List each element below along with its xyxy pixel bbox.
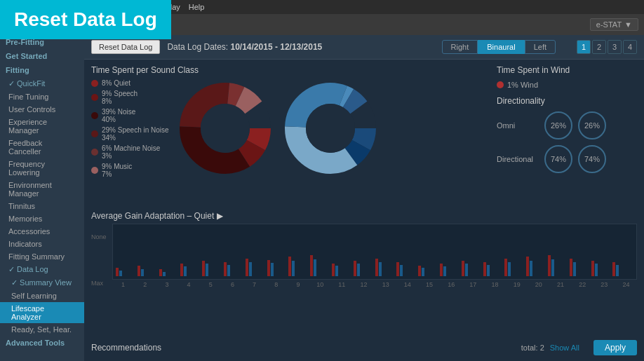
wind-label: 1% Wind bbox=[507, 81, 538, 89]
x-axis-label: 3 bbox=[156, 281, 177, 288]
page-btn-1[interactable]: 1 bbox=[577, 40, 591, 54]
sidebar-item-environment-manager[interactable]: Environment Manager bbox=[0, 179, 84, 200]
bar-blue bbox=[422, 268, 424, 276]
page-btn-2[interactable]: 2 bbox=[592, 40, 606, 54]
sidebar-item-accessories[interactable]: Accessories bbox=[0, 225, 84, 238]
x-axis-label: 11 bbox=[331, 281, 353, 288]
bar-blue bbox=[141, 269, 144, 276]
sidebar-item-indicators[interactable]: Indicators bbox=[0, 238, 84, 250]
sidebar-item-self-learning[interactable]: Self Learning bbox=[0, 290, 84, 302]
charts-row: Time Spent per Sound Class 8% Quiet 9% S… bbox=[91, 65, 637, 205]
chart-area: 8% Quiet 9% Speech8% 39% Noise40% 2 bbox=[91, 79, 490, 178]
tab-binaural[interactable]: Binaural bbox=[478, 40, 524, 54]
reset-banner-title: Reset Data Log bbox=[14, 8, 157, 31]
sidebar-item-lifescape-analyzer[interactable]: Lifescape Analyzer bbox=[0, 302, 84, 323]
sidebar-item-tinnitus[interactable]: Tinnitus bbox=[0, 200, 84, 212]
bar-group bbox=[591, 261, 612, 276]
data-log-dates: Data Log Dates: 10/14/2015 - 12/13/2015 bbox=[167, 42, 322, 52]
bar-red bbox=[354, 261, 356, 276]
sidebar-item-get-started[interactable]: Get Started bbox=[0, 49, 84, 63]
page-buttons: 1 2 3 4 bbox=[577, 40, 637, 54]
bar-group bbox=[159, 269, 180, 276]
sidebar-item-summary-view[interactable]: ✓ Summary View bbox=[0, 276, 84, 290]
x-axis-label: 20 bbox=[528, 281, 549, 288]
bar-group bbox=[440, 264, 461, 276]
apply-button[interactable]: Apply bbox=[593, 340, 637, 355]
bar-group bbox=[375, 259, 396, 276]
sidebar-item-fine-tuning[interactable]: Fine Tuning bbox=[0, 90, 84, 103]
ear-tab-group: Right Binaural Left bbox=[442, 40, 556, 54]
bar-blue bbox=[119, 271, 122, 276]
sidebar-item-data-log[interactable]: ✓ Data Log bbox=[0, 263, 84, 276]
bar-red bbox=[224, 262, 227, 276]
legend-label-music: 9% Music7% bbox=[102, 163, 132, 178]
legend-dot-music bbox=[91, 167, 98, 174]
menu-help[interactable]: Help bbox=[189, 3, 205, 11]
sidebar-item-feedback-canceller[interactable]: Feedback Canceller bbox=[0, 137, 84, 158]
legend-label-machine: 6% Machine Noise3% bbox=[102, 144, 160, 160]
legend-quiet: 8% Quiet bbox=[91, 79, 169, 87]
bar-blue bbox=[595, 264, 598, 276]
svg-point-7 bbox=[201, 104, 250, 153]
bar-red bbox=[137, 266, 140, 276]
bar-red bbox=[591, 261, 594, 276]
dir-circle-dir-1: 74% bbox=[544, 145, 572, 173]
legend-machine: 6% Machine Noise3% bbox=[91, 144, 169, 160]
avg-gain-arrow: ▶ bbox=[217, 211, 223, 221]
e-stat-selector[interactable]: e-STAT ▼ bbox=[590, 18, 638, 31]
x-axis-label: 17 bbox=[462, 281, 484, 288]
wind-dot bbox=[497, 81, 504, 88]
x-axis-label: 10 bbox=[309, 281, 331, 288]
sidebar-item-quickfit[interactable]: ✓ QuickFit bbox=[0, 77, 84, 90]
tab-left[interactable]: Left bbox=[525, 40, 556, 54]
show-all-link[interactable]: Show All bbox=[550, 343, 579, 352]
sidebar-item-experience-manager[interactable]: Experience Manager bbox=[0, 116, 84, 137]
bar-chart: 123456789101112131415161718192021222324 bbox=[112, 224, 637, 288]
x-axis-label: 2 bbox=[134, 281, 156, 288]
bar-group bbox=[310, 255, 331, 276]
sidebar-item-frequency-lowering[interactable]: Frequency Lowering bbox=[0, 158, 84, 179]
bar-blue bbox=[357, 264, 360, 276]
x-axis-label: 14 bbox=[396, 281, 418, 288]
page-btn-3[interactable]: 3 bbox=[608, 40, 622, 54]
bar-blue bbox=[443, 266, 446, 276]
bar-blue bbox=[314, 259, 316, 276]
bar-red bbox=[202, 261, 205, 276]
page-btn-4[interactable]: 4 bbox=[623, 40, 637, 54]
x-axis-label: 1 bbox=[112, 281, 134, 288]
x-axis-label: 8 bbox=[265, 281, 287, 288]
bar-blue bbox=[508, 262, 511, 276]
time-spent-title: Time Spent per Sound Class bbox=[91, 65, 490, 75]
bar-red bbox=[440, 264, 443, 276]
sidebar-item-memories[interactable]: Memories bbox=[0, 212, 84, 225]
avg-gain-section: Average Gain Adaptation – Quiet ▶ None M… bbox=[91, 211, 637, 288]
recommendations-bar: Recommendations total: 2 Show All Apply bbox=[91, 340, 637, 355]
content-area: Time Spent per Sound Class 8% Quiet 9% S… bbox=[84, 60, 644, 361]
bar-group bbox=[137, 266, 159, 276]
sidebar: Pre-Fitting Get Started Fitting ✓ QuickF… bbox=[0, 35, 84, 361]
max-label: Max bbox=[91, 280, 103, 287]
sidebar-item-ready-set-hear[interactable]: Ready, Set, Hear. bbox=[0, 323, 84, 336]
tab-right[interactable]: Right bbox=[442, 40, 478, 54]
sidebar-item-fitting-summary[interactable]: Fitting Summary bbox=[0, 250, 84, 263]
bar-blue bbox=[227, 265, 230, 276]
bar-red bbox=[483, 262, 486, 276]
x-axis-label: 9 bbox=[287, 281, 309, 288]
legend: 8% Quiet 9% Speech8% 39% Noise40% 2 bbox=[91, 79, 169, 178]
reset-data-log-button[interactable]: Reset Data Log bbox=[91, 40, 160, 54]
sidebar-item-user-controls[interactable]: User Controls bbox=[0, 103, 84, 116]
bar-red bbox=[396, 262, 399, 276]
bar-blue bbox=[292, 261, 295, 276]
bar-group bbox=[612, 262, 633, 276]
legend-label-speech: 9% Speech8% bbox=[102, 90, 137, 105]
bar-group bbox=[483, 262, 504, 276]
sidebar-item-fitting[interactable]: Fitting bbox=[0, 63, 84, 77]
dir-circle-omni-1: 26% bbox=[544, 111, 572, 139]
bar-group bbox=[246, 259, 267, 276]
sidebar-item-advanced-tools[interactable]: Advanced Tools bbox=[0, 336, 84, 350]
recommendations-title: Recommendations bbox=[91, 343, 161, 353]
bar-group bbox=[548, 255, 569, 276]
x-axis-label: 12 bbox=[353, 281, 375, 288]
bar-blue bbox=[184, 266, 187, 276]
bar-group bbox=[418, 266, 439, 276]
